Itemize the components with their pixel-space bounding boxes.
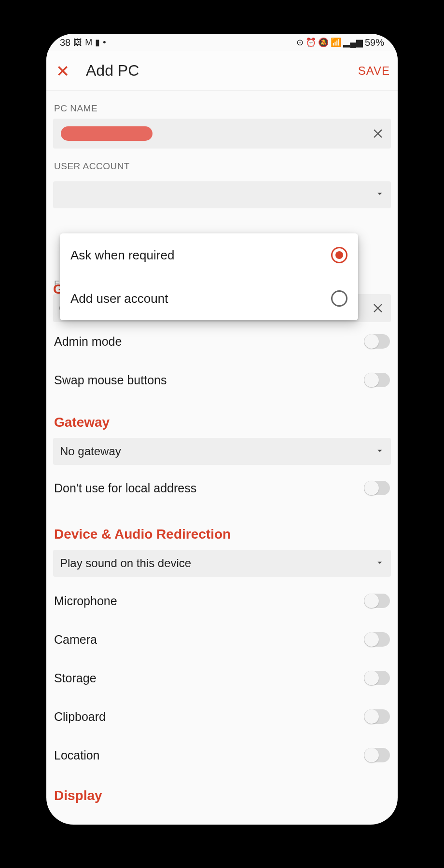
sound-dropdown[interactable]: Play sound on this device xyxy=(53,550,391,577)
app-icon: ▮ xyxy=(95,37,100,48)
clear-pc-name-button[interactable] xyxy=(371,126,385,141)
option-ask-when-required[interactable]: Ask when required xyxy=(60,233,358,277)
chevron-down-icon xyxy=(375,445,384,458)
dropdown-value: No gateway xyxy=(60,445,121,458)
display-section-title: Display xyxy=(46,774,398,811)
toggle-label: Location xyxy=(54,748,100,762)
pc-name-label: PC NAME xyxy=(46,91,398,119)
local-address-toggle[interactable] xyxy=(364,481,390,495)
page-title: Add PC xyxy=(86,62,139,80)
option-add-user-account[interactable]: Add user account xyxy=(60,277,358,320)
toggle-label: Clipboard xyxy=(54,710,106,724)
toggle-label: Don't use for local address xyxy=(54,481,196,495)
status-time: 38 xyxy=(60,37,70,48)
admin-mode-toggle[interactable] xyxy=(364,334,390,349)
option-label: Add user account xyxy=(70,291,168,306)
option-label: Ask when required xyxy=(70,248,174,263)
signal-icon: ▂▄▆ xyxy=(343,37,363,48)
close-icon xyxy=(56,65,69,77)
alarm-icon: ⏰ xyxy=(305,37,316,48)
mail-icon: M xyxy=(85,38,92,48)
admin-mode-row[interactable]: Admin mode xyxy=(46,322,398,361)
camera-row[interactable]: Camera xyxy=(46,620,398,659)
gateway-section-title: Gateway xyxy=(46,399,398,438)
user-account-menu: Ask when required Add user account xyxy=(60,233,358,320)
save-button[interactable]: SAVE xyxy=(358,64,390,78)
local-address-row[interactable]: Don't use for local address xyxy=(46,465,398,511)
toggle-label: Camera xyxy=(54,633,97,647)
vpn-icon: ⊙ xyxy=(296,37,304,48)
battery-text: 59% xyxy=(365,37,384,48)
radio-selected-icon xyxy=(331,247,347,263)
microphone-row[interactable]: Microphone xyxy=(46,582,398,620)
redirection-section-title: Device & Audio Redirection xyxy=(46,511,398,550)
toggle-label: Microphone xyxy=(54,594,117,608)
image-icon: 🖼 xyxy=(73,38,82,48)
title-bar: Add PC SAVE xyxy=(46,51,398,91)
toggle-label: Swap mouse buttons xyxy=(54,373,166,387)
storage-toggle[interactable] xyxy=(364,671,390,685)
microphone-toggle[interactable] xyxy=(364,594,390,608)
storage-row[interactable]: Storage xyxy=(46,659,398,697)
chevron-down-icon xyxy=(375,190,384,200)
redacted-value xyxy=(61,126,153,141)
chevron-down-icon xyxy=(375,556,384,570)
radio-unselected-icon xyxy=(331,290,347,307)
dropdown-value: Play sound on this device xyxy=(60,556,191,570)
dot-icon: • xyxy=(103,38,106,48)
user-account-dropdown[interactable] xyxy=(53,181,391,208)
toggle-label: Storage xyxy=(54,671,97,685)
clipboard-toggle[interactable] xyxy=(364,709,390,724)
swap-mouse-row[interactable]: Swap mouse buttons xyxy=(46,361,398,399)
status-bar: 38 🖼 M ▮ • ⊙ ⏰ 🔕 📶 ▂▄▆ 59% xyxy=(46,34,398,51)
pc-name-input[interactable] xyxy=(53,119,391,149)
swap-mouse-toggle[interactable] xyxy=(364,373,390,387)
location-toggle[interactable] xyxy=(364,748,390,762)
content: PC NAME USER ACCOUNT G Ask when required… xyxy=(46,91,398,811)
camera-toggle[interactable] xyxy=(364,632,390,647)
close-icon xyxy=(372,302,384,314)
wifi-icon: 📶 xyxy=(331,37,341,48)
user-account-label: USER ACCOUNT xyxy=(46,149,398,176)
clear-friendly-name-button[interactable] xyxy=(371,301,385,315)
gateway-dropdown[interactable]: No gateway xyxy=(53,438,391,465)
toggle-label: Admin mode xyxy=(54,335,122,349)
location-row[interactable]: Location xyxy=(46,736,398,774)
mute-icon: 🔕 xyxy=(318,37,329,48)
clipboard-row[interactable]: Clipboard xyxy=(46,697,398,736)
close-button[interactable] xyxy=(51,59,74,82)
phone-frame: 38 🖼 M ▮ • ⊙ ⏰ 🔕 📶 ▂▄▆ 59% Add PC SAVE P… xyxy=(46,34,398,825)
close-icon xyxy=(372,128,384,139)
